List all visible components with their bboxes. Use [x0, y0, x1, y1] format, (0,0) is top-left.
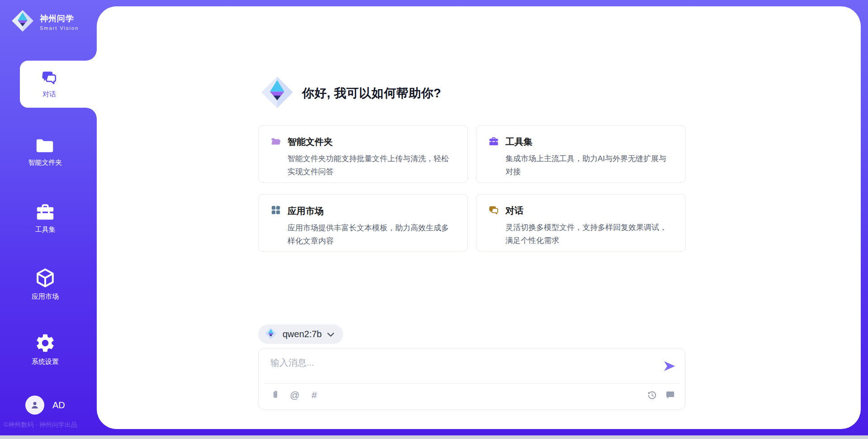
toolbox-icon [35, 202, 56, 222]
card-title: 应用市场 [288, 205, 324, 217]
sidebar-item-label: 工具集 [35, 225, 56, 234]
card-title: 智能文件夹 [288, 136, 333, 148]
history-icon[interactable] [646, 389, 658, 401]
avatar [25, 396, 44, 415]
sidebar-item-label: 系统设置 [32, 358, 59, 366]
app-subtitle: Smart Vision [40, 25, 79, 31]
card-title: 对话 [505, 205, 524, 217]
model-selector[interactable]: qwen2:7b [258, 324, 343, 344]
topic-icon[interactable]: # [308, 389, 320, 401]
gear-icon [34, 332, 56, 354]
feature-card-toolbox[interactable]: 工具集 集成市场上主流工具，助力AI与外界无缝扩展与对接 [476, 125, 686, 183]
feature-card-appmarket[interactable]: 应用市场 应用市场提供丰富长文本模板，助力高效生成多样化文章内容 [258, 194, 468, 252]
chevron-down-icon [327, 330, 334, 339]
sidebar-item-folders[interactable]: 智能文件夹 [0, 137, 90, 167]
chat-icon [488, 205, 499, 217]
send-icon [663, 359, 676, 373]
cube-icon [34, 267, 56, 289]
chat-icon [41, 70, 58, 87]
brand-logo: 神州问学 Smart Vision [11, 9, 79, 34]
sidebar-item-chat[interactable]: 对话 [20, 61, 97, 108]
copyright-footer: ©神州数码 · 神州问学出品 [4, 421, 94, 429]
folder-icon [35, 137, 56, 155]
message-composer: @ # [258, 348, 685, 410]
card-title: 工具集 [505, 136, 533, 148]
hero-diamond-logo-icon [260, 75, 294, 111]
feature-card-chat[interactable]: 对话 灵活切换多模型文件，支持多样回复效果调试，满足个性化需求 [476, 194, 686, 252]
greeting-text: 你好, 我可以如何帮助你? [302, 85, 441, 101]
user-name: AD [52, 400, 65, 410]
composer-divider [264, 383, 679, 384]
bottom-edge-strip [0, 435, 868, 439]
sidebar-item-label: 应用市场 [32, 292, 59, 301]
toolbox-icon [488, 136, 499, 148]
mention-icon[interactable]: @ [289, 389, 301, 401]
send-button[interactable] [662, 359, 677, 374]
feature-card-folders[interactable]: 智能文件夹 智能文件夹功能支持批量文件上传与清洗，轻松实现文件问答 [258, 125, 468, 183]
sidebar-item-toolbox[interactable]: 工具集 [0, 202, 90, 234]
card-description: 集成市场上主流工具，助力AI与外界无缝扩展与对接 [505, 152, 674, 178]
sidebar: 神州问学 Smart Vision 对话 智能文件夹 [0, 0, 97, 439]
sidebar-item-label: 智能文件夹 [28, 158, 62, 167]
card-description: 智能文件夹功能支持批量文件上传与清洗，轻松实现文件问答 [288, 152, 456, 178]
card-description: 灵活切换多模型文件，支持多样回复效果调试，满足个性化需求 [505, 221, 674, 247]
model-name: qwen2:7b [283, 329, 322, 339]
app-title: 神州问学 [40, 13, 79, 24]
card-description: 应用市场提供丰富长文本模板，助力高效生成多样化文章内容 [288, 221, 456, 248]
attachment-icon[interactable] [269, 389, 281, 401]
sidebar-item-label: 对话 [42, 90, 56, 99]
feedback-bubble-icon[interactable] [664, 389, 676, 401]
diamond-logo-icon [11, 9, 34, 34]
sidebar-item-settings[interactable]: 系统设置 [0, 332, 90, 366]
app-window: 神州问学 Smart Vision 对话 智能文件夹 [0, 0, 868, 439]
apps-grid-icon [270, 205, 281, 217]
message-input[interactable] [269, 356, 651, 381]
user-profile[interactable]: AD [25, 396, 65, 415]
folder-open-icon [270, 136, 281, 148]
diamond-logo-icon [264, 327, 277, 342]
sidebar-item-appmarket[interactable]: 应用市场 [0, 267, 90, 301]
